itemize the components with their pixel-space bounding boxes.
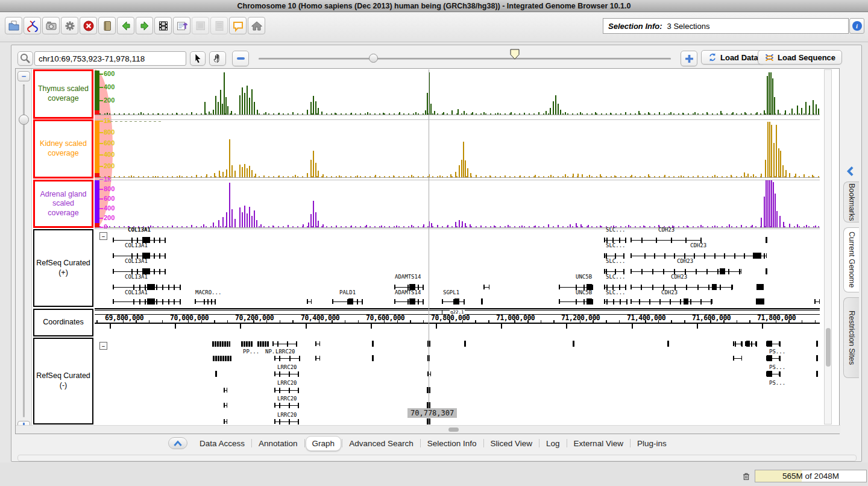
gene-exon-mark[interactable] <box>766 268 767 274</box>
side-tab-current-genome[interactable]: Current Genome <box>843 227 859 292</box>
back-button[interactable] <box>117 17 134 34</box>
gene-model-minus[interactable] <box>315 341 320 347</box>
open-file-button[interactable] <box>5 17 22 34</box>
zoom-out-button[interactable] <box>232 51 249 66</box>
track-collapse-button[interactable]: − <box>99 232 107 240</box>
track-collapse-button[interactable]: − <box>99 342 107 350</box>
gene-model-minus[interactable] <box>224 387 227 393</box>
zoom-in-button[interactable] <box>681 51 697 66</box>
gene-model-minus[interactable] <box>745 341 756 347</box>
load-data-button[interactable]: Load Data <box>701 50 765 65</box>
vertical-zoom-out-button[interactable]: − <box>17 71 30 81</box>
gene-exon-mark[interactable] <box>372 355 374 361</box>
vertical-scrollbar-thumb[interactable] <box>826 328 831 367</box>
zoom-slider-thumb[interactable] <box>369 54 378 63</box>
gene-model-plus[interactable] <box>559 298 593 305</box>
bottom-tab-advanced-search[interactable]: Advanced Search <box>343 437 420 450</box>
gene-model-minus[interactable] <box>274 387 298 393</box>
gene-model-plus[interactable] <box>332 298 362 305</box>
selection-info-button[interactable]: i <box>849 18 864 34</box>
gene-model-plus[interactable] <box>442 298 464 305</box>
collapsed-bottom-panel[interactable] <box>17 455 857 461</box>
gene-model-minus[interactable] <box>733 341 741 347</box>
gene-model-minus[interactable] <box>733 355 742 361</box>
gene-model-minus[interactable] <box>274 371 298 377</box>
dna-helix-button[interactable] <box>24 17 41 34</box>
bottom-tab-plug-ins[interactable]: Plug-ins <box>631 437 673 450</box>
gene-model-minus[interactable] <box>272 341 297 347</box>
gene-model-plus[interactable] <box>631 298 712 305</box>
gene-exon-mark[interactable] <box>816 355 818 361</box>
gene-model-minus[interactable] <box>766 355 779 361</box>
bottom-tab-external-view[interactable]: External View <box>568 437 629 450</box>
gene-cds-block[interactable] <box>756 284 764 290</box>
splitter-handle[interactable] <box>448 428 459 432</box>
gene-exon-mark[interactable] <box>372 341 374 347</box>
gene-model-plus[interactable] <box>631 253 767 259</box>
gene-dense-cluster[interactable] <box>257 341 269 347</box>
gene-model-minus[interactable] <box>224 402 227 408</box>
preferences-button[interactable] <box>61 17 78 34</box>
vertical-zoom-slider[interactable] <box>23 84 25 417</box>
gene-model-minus[interactable] <box>766 341 779 347</box>
expand-bottom-panel-button[interactable] <box>168 437 187 449</box>
gene-exon-mark[interactable] <box>481 298 483 305</box>
bottom-tab-data-access[interactable]: Data Access <box>193 437 251 450</box>
gene-model-minus[interactable] <box>274 418 298 424</box>
bottom-tab-sliced-view[interactable]: Sliced View <box>485 437 539 450</box>
gene-exon-mark[interactable] <box>667 341 669 347</box>
bottom-tab-graph[interactable]: Graph <box>306 436 342 451</box>
gene-model-minus[interactable] <box>427 371 431 377</box>
gene-model-minus[interactable] <box>315 355 320 361</box>
gene-model-plus[interactable] <box>195 298 215 305</box>
location-input[interactable]: chr10:69,753,923-71,978,118 <box>34 51 186 66</box>
vertical-scrollbar[interactable] <box>824 69 832 424</box>
gene-dense-cluster[interactable] <box>212 341 230 347</box>
bottom-tab-log[interactable]: Log <box>540 437 566 450</box>
gene-model-minus[interactable] <box>274 402 298 408</box>
track-label-adrenal-gland-scaled-coverage[interactable]: Adrenal gland scaled coverage <box>33 180 93 228</box>
gene-exon-mark[interactable] <box>816 341 818 347</box>
bottom-tab-annotation[interactable]: Annotation <box>253 437 304 450</box>
gene-cds-block[interactable] <box>756 298 764 305</box>
gene-model-minus[interactable] <box>766 371 779 377</box>
gene-exon-mark[interactable] <box>816 371 818 377</box>
track-label-kidney-scaled-coverage[interactable]: Kidney scaled coverage <box>33 119 93 178</box>
collapse-side-panel-button[interactable] <box>844 165 858 180</box>
gene-dense-cluster[interactable] <box>241 341 253 347</box>
garbage-collect-button[interactable] <box>740 470 753 482</box>
track-label-refseq-curated-[interactable]: RefSeq Curated (-) <box>33 338 93 424</box>
pan-tool-button[interactable] <box>209 51 226 66</box>
gene-model-plus[interactable] <box>814 298 820 305</box>
select-tool-button[interactable] <box>190 51 206 66</box>
position-marker-icon[interactable] <box>510 49 520 60</box>
zoom-slider[interactable] <box>259 58 671 60</box>
bottom-tab-selection-info[interactable]: Selection Info <box>421 437 483 450</box>
gene-model-plus[interactable] <box>483 284 489 290</box>
side-tab-restriction-sites[interactable]: Restriction Sites <box>843 297 859 378</box>
track-label-thymus-scaled-coverage[interactable]: Thymus scaled coverage <box>33 69 93 119</box>
gene-model-plus[interactable] <box>394 298 423 305</box>
gene-exon-mark[interactable] <box>215 371 217 377</box>
gene-model-minus[interactable] <box>224 418 227 424</box>
export-image-button[interactable] <box>173 17 190 34</box>
gene-exon-mark[interactable] <box>766 237 767 243</box>
track-graph-area[interactable]: 6004002001k8006004002001k8006004002000CO… <box>95 69 820 424</box>
track-label-coordinates[interactable]: Coordinates <box>33 309 93 336</box>
gene-model-plus[interactable] <box>631 284 733 290</box>
gene-model-minus[interactable] <box>274 355 300 361</box>
gene-dense-cluster[interactable] <box>213 356 232 361</box>
stop-button[interactable] <box>80 17 97 34</box>
side-tab-bookmarks[interactable]: Bookmarks <box>843 181 859 222</box>
home-button[interactable] <box>248 17 265 34</box>
vertical-zoom-thumb[interactable] <box>19 115 29 125</box>
gene-model-plus[interactable] <box>307 298 312 305</box>
web-links-button[interactable] <box>98 17 116 34</box>
gene-exon-mark[interactable] <box>464 341 466 347</box>
forward-button[interactable] <box>136 17 153 34</box>
feedback-button[interactable] <box>229 17 247 34</box>
slideshow-button[interactable] <box>154 17 172 34</box>
load-sequence-button[interactable]: Load Sequence <box>758 50 842 65</box>
gene-model-plus[interactable] <box>113 298 181 305</box>
gene-model-plus[interactable] <box>604 298 627 305</box>
